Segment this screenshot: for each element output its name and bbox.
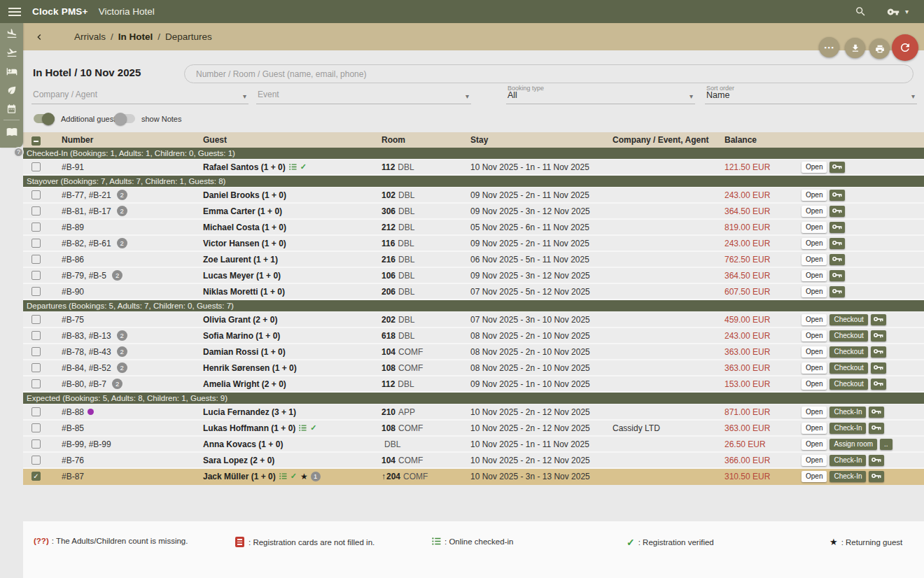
group-header[interactable]: Stayover (Bookings: 7, Adults: 7, Childr… bbox=[23, 176, 924, 188]
open-button[interactable]: Open bbox=[802, 346, 827, 358]
booking-row[interactable]: #B-89Michael Costa (1 + 0)212DBL05 Nov 2… bbox=[23, 220, 924, 236]
checkout-button[interactable]: Checkout bbox=[830, 346, 867, 358]
sort-order-select[interactable]: Sort order Name ▾ bbox=[705, 85, 917, 104]
checkout-button[interactable]: Checkout bbox=[830, 379, 867, 390]
key-button[interactable] bbox=[830, 238, 845, 249]
row-checkbox[interactable]: ✓ bbox=[31, 472, 41, 481]
key-button[interactable] bbox=[871, 330, 886, 341]
group-header[interactable]: Expected (Bookings: 5, Adults: 8, Childr… bbox=[23, 393, 924, 404]
row-checkbox[interactable] bbox=[31, 379, 41, 388]
key-button[interactable] bbox=[869, 455, 884, 466]
row-more-button[interactable]: .. bbox=[880, 439, 892, 450]
booking-row[interactable]: #B-79, #B-52Lucas Meyer (1 + 0)106DBL09 … bbox=[23, 268, 924, 284]
flight-takeoff-icon[interactable] bbox=[6, 46, 18, 58]
key-button[interactable] bbox=[871, 379, 886, 390]
booking-row[interactable]: #B-84, #B-522Henrik Sørensen (1 + 0)108C… bbox=[23, 360, 924, 376]
row-checkbox[interactable] bbox=[31, 407, 41, 416]
event-select[interactable]: Event ▾ bbox=[256, 85, 471, 104]
bed-icon[interactable] bbox=[6, 65, 18, 77]
booking-row[interactable]: #B-77, #B-212Daniel Brooks (1 + 0)102DBL… bbox=[23, 188, 924, 204]
key-button[interactable] bbox=[830, 222, 845, 233]
key-button[interactable] bbox=[830, 190, 845, 201]
key-button[interactable] bbox=[830, 270, 845, 281]
booking-row[interactable]: #B-76Sara Lopez (2 + 0)104COMF10 Nov 202… bbox=[23, 453, 924, 469]
open-button[interactable]: Open bbox=[802, 455, 827, 466]
checkout-button[interactable]: Checkout bbox=[830, 314, 867, 325]
row-checkbox[interactable] bbox=[31, 223, 41, 232]
flight-land-icon[interactable] bbox=[6, 27, 18, 39]
booking-row[interactable]: #B-82, #B-612Victor Hansen (1 + 0)116DBL… bbox=[23, 236, 924, 252]
booking-row[interactable]: #B-78, #B-432Damian Rossi (1 + 0)104COMF… bbox=[23, 344, 924, 360]
row-checkbox[interactable] bbox=[31, 271, 41, 280]
booking-row[interactable]: #B-75Olivia Grant (2 + 0)202DBL07 Nov 20… bbox=[23, 312, 924, 328]
print-button[interactable] bbox=[869, 38, 890, 59]
row-checkbox[interactable] bbox=[31, 190, 41, 199]
booking-type-select[interactable]: Booking type All ▾ bbox=[506, 85, 695, 104]
menu-icon[interactable] bbox=[8, 8, 21, 16]
booking-row[interactable]: #B-90Niklas Moretti (1 + 0)206DBL07 Nov … bbox=[23, 284, 924, 300]
booking-row[interactable]: ✓#B-87Jack Müller (1 + 0)✓★1↑204COMF10 N… bbox=[23, 469, 924, 485]
open-button[interactable]: Open bbox=[802, 190, 827, 201]
breadcrumb-in-hotel[interactable]: In Hotel bbox=[118, 31, 153, 42]
check-in-button[interactable]: Check-In bbox=[830, 407, 866, 418]
breadcrumb-departures[interactable]: Departures bbox=[165, 31, 212, 42]
open-button[interactable]: Open bbox=[802, 270, 827, 281]
checkout-button[interactable]: Checkout bbox=[830, 362, 867, 374]
search-input[interactable] bbox=[184, 64, 913, 83]
booking-row[interactable]: #B-86Zoe Laurent (1 + 1)216DBL06 Nov 202… bbox=[23, 252, 924, 268]
company-agent-select[interactable]: Company / Agent ▾ bbox=[31, 85, 248, 104]
key-button[interactable] bbox=[869, 407, 884, 418]
booking-row[interactable]: #B-83, #B-132Sofia Marino (1 + 0)618DBL0… bbox=[23, 328, 924, 344]
check-in-button[interactable]: Check-In bbox=[830, 423, 866, 434]
row-checkbox[interactable] bbox=[31, 456, 41, 465]
row-checkbox[interactable] bbox=[31, 423, 41, 432]
check-in-button[interactable]: Check-In bbox=[830, 455, 866, 466]
key-button[interactable] bbox=[830, 286, 845, 297]
group-header[interactable]: Checked-In (Bookings: 1, Adults: 1, Chil… bbox=[23, 148, 924, 160]
open-button[interactable]: Open bbox=[802, 439, 827, 450]
refresh-button[interactable] bbox=[892, 34, 918, 61]
open-button[interactable]: Open bbox=[802, 407, 827, 418]
open-button[interactable]: Open bbox=[802, 162, 827, 173]
download-button[interactable] bbox=[845, 38, 865, 58]
key-button[interactable] bbox=[869, 423, 884, 434]
checkout-button[interactable]: Checkout bbox=[830, 330, 867, 341]
row-checkbox[interactable] bbox=[31, 347, 41, 356]
key-icon[interactable] bbox=[887, 6, 899, 18]
back-button[interactable] bbox=[32, 30, 46, 44]
row-checkbox[interactable] bbox=[31, 255, 41, 264]
row-checkbox[interactable] bbox=[31, 363, 41, 372]
open-button[interactable]: Open bbox=[802, 222, 827, 233]
open-button[interactable]: Open bbox=[802, 206, 827, 217]
row-checkbox[interactable] bbox=[31, 439, 41, 449]
assign-room-button[interactable]: Assign room bbox=[830, 439, 877, 450]
open-button[interactable]: Open bbox=[802, 238, 827, 249]
booking-row[interactable]: #B-91Rafael Santos (1 + 0)✓112DBL10 Nov … bbox=[23, 160, 924, 176]
open-button[interactable]: Open bbox=[802, 314, 827, 325]
open-button[interactable]: Open bbox=[802, 330, 827, 341]
more-button[interactable]: ⋯ bbox=[819, 37, 839, 57]
row-checkbox[interactable] bbox=[31, 206, 41, 216]
key-button[interactable] bbox=[871, 314, 886, 325]
key-button[interactable] bbox=[871, 362, 886, 374]
select-all-checkbox[interactable] bbox=[31, 136, 41, 146]
additional-guests-toggle[interactable]: Additional guests bbox=[34, 114, 120, 123]
calendar-icon[interactable] bbox=[6, 103, 18, 115]
open-button[interactable]: Open bbox=[802, 471, 827, 482]
check-in-button[interactable]: Check-In bbox=[830, 471, 866, 482]
row-checkbox[interactable] bbox=[31, 315, 41, 324]
key-button[interactable] bbox=[830, 162, 845, 173]
row-checkbox[interactable] bbox=[31, 162, 41, 171]
row-checkbox[interactable] bbox=[31, 239, 41, 248]
key-button[interactable] bbox=[869, 471, 884, 482]
guest-book-icon[interactable] bbox=[6, 125, 18, 137]
open-button[interactable]: Open bbox=[802, 254, 827, 265]
open-button[interactable]: Open bbox=[802, 379, 827, 390]
breadcrumb-arrivals[interactable]: Arrivals bbox=[74, 31, 106, 42]
show-notes-toggle[interactable]: show Notes bbox=[114, 114, 181, 123]
help-badge[interactable]: ? bbox=[13, 147, 24, 157]
group-header[interactable]: Departures (Bookings: 5, Adults: 7, Chil… bbox=[23, 300, 924, 312]
chevron-down-icon[interactable]: ▾ bbox=[905, 8, 909, 15]
booking-row[interactable]: #B-85Lukas Hoffmann (1 + 0)✓108COMF10 No… bbox=[23, 421, 924, 437]
open-button[interactable]: Open bbox=[802, 362, 827, 374]
